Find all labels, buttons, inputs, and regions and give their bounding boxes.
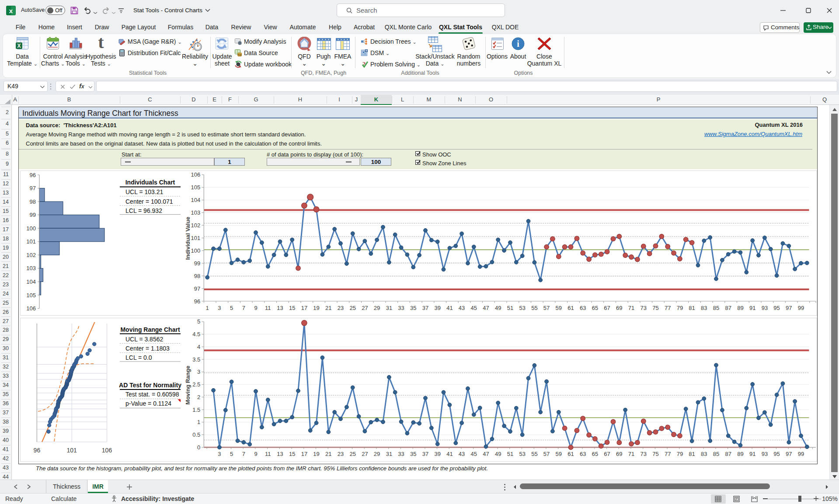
svg-text:106: 106 [191,171,201,178]
svg-text:59: 59 [556,451,562,457]
svg-text:91: 91 [749,451,755,457]
svg-text:73: 73 [641,451,647,457]
svg-text:96: 96 [34,447,41,454]
svg-text:104: 104 [26,278,36,285]
svg-text:51: 51 [507,305,513,311]
svg-text:Individuals Chart: Individuals Chart [125,179,175,186]
svg-text:29: 29 [374,451,380,457]
svg-text:17: 17 [301,305,307,311]
svg-text:Test stat. = 0.60598: Test stat. = 0.60598 [125,391,179,398]
svg-text:95: 95 [773,305,780,311]
svg-text:5: 5 [230,305,233,311]
svg-text:41: 41 [446,305,453,311]
svg-text:85: 85 [713,305,719,311]
svg-text:102: 102 [26,252,36,258]
svg-text:101: 101 [191,235,201,241]
svg-text:98: 98 [194,273,200,279]
svg-text:99: 99 [194,260,200,267]
svg-text:9: 9 [254,305,257,311]
svg-text:101: 101 [67,447,77,454]
svg-text:98: 98 [30,198,36,205]
svg-text:65: 65 [592,305,598,311]
svg-text:103: 103 [191,209,201,216]
svg-text:61: 61 [567,451,574,457]
svg-text:43: 43 [459,451,465,457]
svg-text:83: 83 [701,305,707,311]
svg-text:39: 39 [434,305,440,311]
svg-text:63: 63 [580,305,586,311]
svg-text:4: 4 [197,344,200,350]
svg-text:11: 11 [265,305,271,311]
svg-text:9: 9 [254,451,257,457]
svg-text:103: 103 [26,265,36,271]
svg-text:104: 104 [191,197,201,203]
svg-text:59: 59 [556,305,562,311]
svg-text:57: 57 [543,305,550,311]
svg-text:85: 85 [713,451,719,457]
svg-text:Center = 1.1803: Center = 1.1803 [125,345,170,352]
svg-text:67: 67 [604,451,610,457]
svg-text:106: 106 [26,305,36,312]
svg-text:31: 31 [386,305,392,311]
svg-text:3: 3 [197,368,200,375]
svg-text:35: 35 [410,451,416,457]
svg-text:2: 2 [197,394,200,400]
svg-text:77: 77 [665,305,671,311]
svg-text:23: 23 [338,305,344,311]
svg-text:UCL = 3.8562: UCL = 3.8562 [125,336,163,343]
svg-text:4.5: 4.5 [192,331,200,337]
svg-text:11: 11 [265,451,271,457]
svg-text:99: 99 [798,305,804,311]
svg-text:53: 53 [519,305,525,311]
svg-text:49: 49 [495,305,501,311]
svg-text:1: 1 [197,419,200,425]
svg-text:37: 37 [422,451,428,457]
svg-text:105: 105 [191,184,201,191]
svg-text:79: 79 [677,451,683,457]
svg-text:101: 101 [26,238,36,245]
svg-text:0.5: 0.5 [192,431,200,438]
svg-text:63: 63 [580,451,586,457]
svg-text:43: 43 [459,305,465,311]
svg-text:5: 5 [197,318,200,325]
svg-text:45: 45 [471,305,477,311]
svg-text:71: 71 [628,305,634,311]
svg-text:35: 35 [410,305,416,311]
svg-text:75: 75 [652,305,658,311]
svg-text:71: 71 [628,451,634,457]
svg-text:105: 105 [26,292,36,299]
svg-text:65: 65 [592,451,598,457]
svg-text:102: 102 [191,222,201,229]
svg-text:97: 97 [30,185,36,191]
svg-text:47: 47 [483,305,489,311]
svg-text:96: 96 [30,172,36,178]
svg-text:Individual Value: Individual Value [185,217,191,260]
svg-text:5: 5 [230,451,233,457]
svg-text:99: 99 [30,212,36,218]
svg-text:33: 33 [398,305,404,311]
svg-text:67: 67 [604,305,610,311]
svg-text:25: 25 [349,305,355,311]
svg-text:15: 15 [289,451,295,457]
svg-text:57: 57 [543,451,550,457]
svg-text:89: 89 [737,305,743,311]
svg-text:1: 1 [206,305,209,311]
svg-text:3: 3 [218,305,221,311]
svg-text:LCL = 0.0: LCL = 0.0 [125,354,152,361]
svg-text:3: 3 [218,451,221,457]
svg-text:99: 99 [798,451,804,457]
svg-text:37: 37 [422,305,428,311]
svg-text:21: 21 [325,451,331,457]
svg-text:91: 91 [749,305,755,311]
svg-text:Moving Range: Moving Range [185,366,191,405]
svg-text:17: 17 [301,451,307,457]
svg-text:2.5: 2.5 [192,381,200,388]
svg-text:AD Test for Normality: AD Test for Normality [119,382,181,389]
svg-text:15: 15 [289,305,295,311]
svg-text:19: 19 [313,451,319,457]
svg-text:96: 96 [194,298,200,305]
svg-text:100: 100 [26,225,36,232]
svg-text:7: 7 [242,305,245,311]
svg-text:1.5: 1.5 [192,407,200,413]
svg-text:0: 0 [197,444,200,451]
